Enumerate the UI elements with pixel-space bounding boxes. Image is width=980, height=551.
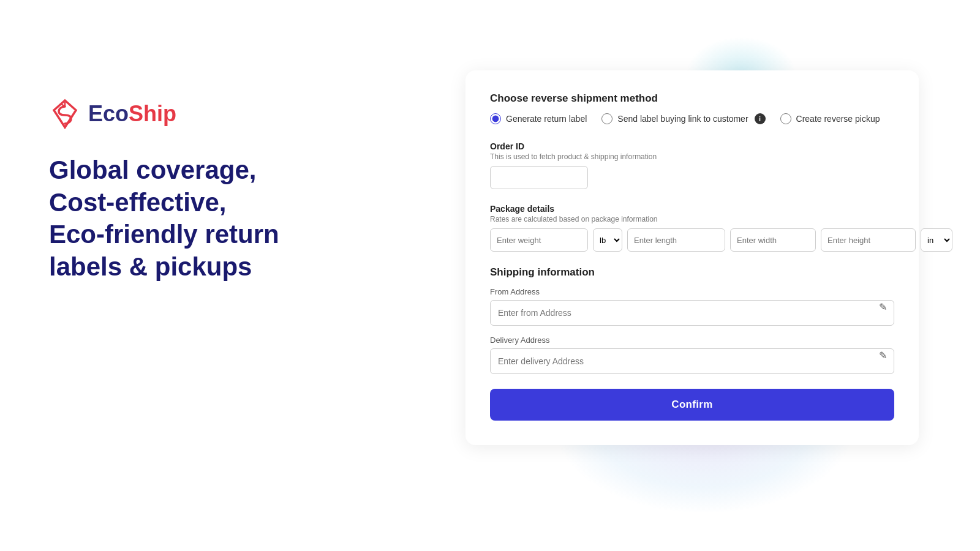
tagline: Global coverage, Cost-effective, Eco-fri…: [49, 154, 392, 283]
radio-pickup-text: Create reverse pickup: [796, 114, 880, 124]
radio-generate[interactable]: [490, 113, 501, 124]
shipment-method-title: Choose reverse shipment method: [490, 92, 894, 105]
radio-generate-text: Generate return label: [506, 114, 587, 124]
order-id-input[interactable]: [490, 166, 588, 189]
radio-generate-label[interactable]: Generate return label: [490, 113, 587, 124]
left-panel: EcoShip Global coverage, Cost-effective,…: [49, 98, 392, 283]
delivery-address-input[interactable]: [490, 348, 894, 374]
logo: EcoShip: [49, 98, 392, 130]
logo-ship: Ship: [129, 101, 176, 126]
radio-send-link-label[interactable]: Send label buying link to customer i: [601, 113, 765, 124]
logo-icon: [49, 98, 81, 130]
package-details-hint: Rates are calculated based on package in…: [490, 215, 894, 223]
shipment-method-section: Choose reverse shipment method Generate …: [490, 92, 894, 124]
radio-pickup-label[interactable]: Create reverse pickup: [780, 113, 880, 124]
confirm-button[interactable]: Confirm: [490, 389, 894, 421]
dimension-unit-select[interactable]: in cm: [921, 228, 952, 252]
logo-eco: Eco: [88, 101, 129, 126]
package-inputs-row: lb kg in cm: [490, 228, 894, 252]
package-details-section: Package details Rates are calculated bas…: [490, 204, 894, 252]
order-id-hint: This is used to fetch product & shipping…: [490, 152, 894, 161]
shipping-section: Shipping information From Address ✎ Deli…: [490, 266, 894, 374]
delivery-address-label: Delivery Address: [490, 335, 894, 345]
shipment-method-radio-group: Generate return label Send label buying …: [490, 113, 894, 124]
from-address-input[interactable]: [490, 300, 894, 326]
weight-input[interactable]: [490, 228, 588, 252]
shipping-title: Shipping information: [490, 266, 894, 279]
package-details-label: Package details: [490, 204, 894, 214]
length-input[interactable]: [627, 228, 725, 252]
logo-text: EcoShip: [88, 101, 176, 127]
order-id-label: Order ID: [490, 141, 894, 151]
radio-pickup[interactable]: [780, 113, 791, 124]
delivery-address-field: Delivery Address ✎: [490, 335, 894, 374]
form-panel: Choose reverse shipment method Generate …: [466, 70, 919, 445]
radio-send-link-text: Send label buying link to customer: [617, 114, 748, 124]
width-input[interactable]: [730, 228, 816, 252]
weight-unit-select[interactable]: lb kg: [593, 228, 622, 252]
radio-send-link[interactable]: [601, 113, 612, 124]
height-input[interactable]: [821, 228, 916, 252]
from-address-field: From Address ✎: [490, 287, 894, 326]
info-icon[interactable]: i: [755, 113, 766, 124]
order-id-section: Order ID This is used to fetch product &…: [490, 141, 894, 189]
from-address-label: From Address: [490, 287, 894, 296]
